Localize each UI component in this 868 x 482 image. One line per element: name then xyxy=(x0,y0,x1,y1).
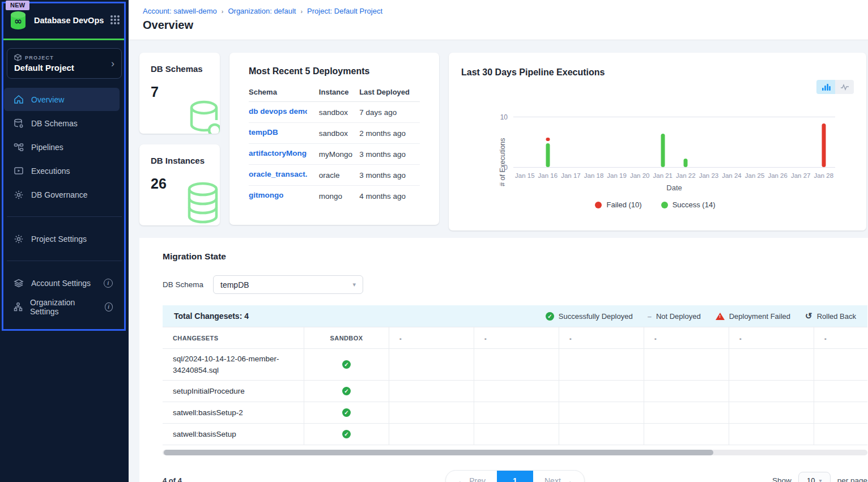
empty-status-cell xyxy=(474,380,559,402)
app-grid-icon[interactable] xyxy=(110,15,121,25)
info-icon[interactable]: i xyxy=(104,279,113,288)
schema-link[interactable]: oracle_transact... xyxy=(249,170,307,178)
breadcrumb-link[interactable]: Account: satwell-demo xyxy=(143,7,217,15)
changesets-column-header: SANDBOX xyxy=(304,327,389,348)
chart-x-tick-labels: Jan 15Jan 16Jan 17Jan 18Jan 19Jan 20Jan … xyxy=(513,172,835,179)
main-area: Account: satwell-demo›Organization: defa… xyxy=(129,0,868,482)
chart-x-tick-label: Jan 20 xyxy=(628,172,652,179)
schema-link[interactable]: tempDB xyxy=(249,128,278,137)
changesets-column-header: - xyxy=(644,327,729,348)
secondary-nav: Project Settings xyxy=(0,227,129,250)
sidebar-item-label: DB Schemas xyxy=(31,119,78,128)
sidebar-item-overview[interactable]: Overview xyxy=(4,88,120,111)
status-legend-item: ✓Successfully Deployed xyxy=(546,312,633,321)
next-page-button[interactable]: Next → xyxy=(533,471,584,482)
show-label: Show xyxy=(772,476,792,482)
sidebar-item-organization-settings[interactable]: Organization Settingsi xyxy=(4,295,120,318)
sidebar-item-db-governance[interactable]: DB Governance xyxy=(4,183,120,206)
status-legend: ✓Successfully Deployed–Not DeployedDeplo… xyxy=(546,311,856,321)
deployment-instance-cell: mongo xyxy=(319,186,359,207)
chart-x-tick-label: Jan 28 xyxy=(812,172,836,179)
sidebar-item-label: Account Settings xyxy=(31,279,91,288)
chart-legend-item[interactable]: Failed (10) xyxy=(595,201,641,209)
cube-icon xyxy=(14,54,22,61)
nav-divider xyxy=(7,216,122,217)
changesets-table: Total Changesets: 4 ✓Successfully Deploy… xyxy=(163,305,867,445)
empty-status-cell xyxy=(474,402,559,423)
migration-state-title: Migration State xyxy=(163,251,857,262)
status-legend-label: Successfully Deployed xyxy=(559,312,633,321)
changeset-name-cell: sql/2024-10-14-12-06-member-34240854.sql xyxy=(163,348,304,380)
changesets-column-header: - xyxy=(729,327,814,348)
chart-x-axis-label: Date xyxy=(513,184,835,192)
project-selector[interactable]: PROJECT Default Project › xyxy=(7,48,122,79)
page-size-select[interactable]: 10 ▾ xyxy=(798,472,831,482)
sidebar-item-executions[interactable]: Executions xyxy=(4,159,120,182)
brand-accent-rule xyxy=(3,39,125,40)
legend-dot-icon xyxy=(661,202,668,208)
pipelines-icon xyxy=(13,142,24,153)
gear-icon xyxy=(13,233,24,245)
status-legend-item: –Not Deployed xyxy=(648,312,701,321)
db-schema-select[interactable]: tempDB ▾ xyxy=(213,275,363,294)
status-legend-label: Rolled Back xyxy=(817,312,856,321)
app-title: Database DevOps xyxy=(34,16,105,25)
info-icon[interactable]: i xyxy=(105,302,113,312)
empty-status-cell xyxy=(814,348,867,380)
sidebar-item-account-settings[interactable]: Account Settingsi xyxy=(4,271,120,295)
sidebar-item-label: Executions xyxy=(31,167,70,176)
table-row: tempDBsandbox2 months ago xyxy=(249,123,420,144)
empty-status-cell xyxy=(644,402,729,423)
empty-status-cell xyxy=(559,348,644,380)
chart-plot: # of Executions 010 Jan 15Jan 16Jan 17Ja… xyxy=(461,104,849,215)
sidebar-item-label: Organization Settings xyxy=(30,298,98,316)
empty-status-cell xyxy=(814,380,867,402)
schema-link[interactable]: db devops demo xyxy=(249,107,307,116)
chart-x-tick-label: Jan 15 xyxy=(513,172,537,179)
project-label: PROJECT xyxy=(25,55,54,61)
deployment-schema-cell: artifactoryMongo xyxy=(249,144,319,165)
prev-page-button[interactable]: ← Prev xyxy=(446,471,497,482)
db-schemas-card-title: DB Schemas xyxy=(151,64,220,74)
deployment-last-deployed-cell: 7 days ago xyxy=(359,102,420,123)
chart-bar-success[interactable] xyxy=(546,143,550,167)
changesets-column-header: - xyxy=(559,327,644,348)
chart-x-tick-label: Jan 16 xyxy=(537,172,560,179)
chart-bar-success[interactable] xyxy=(661,134,665,168)
tertiary-nav: Account SettingsiOrganization Settingsi xyxy=(0,271,129,318)
legend-dot-icon xyxy=(595,202,602,208)
horizontal-scrollbar-thumb[interactable] xyxy=(164,450,713,455)
sidebar-item-db-schemas[interactable]: DB Schemas xyxy=(4,112,120,135)
sandbox-status-cell: ✓ xyxy=(304,348,389,380)
chart-bar-failed[interactable] xyxy=(546,138,550,141)
deployment-schema-cell: tempDB xyxy=(249,123,319,144)
table-row: satwell:basisSetup-2✓ xyxy=(163,402,867,423)
chart-bar-failed[interactable] xyxy=(822,123,826,167)
organization-settings-icon xyxy=(13,301,23,313)
breadcrumb-link[interactable]: Project: Default Project xyxy=(307,7,382,15)
line-chart-icon[interactable] xyxy=(835,80,854,94)
deployment-schema-cell: db devops demo xyxy=(249,102,319,123)
success-check-icon: ✓ xyxy=(342,408,351,417)
current-page-button[interactable]: 1 xyxy=(497,471,533,482)
sidebar-item-pipelines[interactable]: Pipelines xyxy=(4,135,120,159)
chart-legend-item[interactable]: Success (14) xyxy=(661,201,716,209)
empty-status-cell xyxy=(814,423,867,445)
chart-bar-success[interactable] xyxy=(684,159,688,167)
migration-state-section: Migration State DB Schema tempDB ▾ Total… xyxy=(139,238,868,482)
executions-icon xyxy=(13,165,24,177)
schema-link[interactable]: artifactoryMongo xyxy=(249,149,307,157)
sandbox-status-cell: ✓ xyxy=(304,380,389,402)
nav-divider xyxy=(7,261,122,261)
table-row: db devops demosandbox7 days ago xyxy=(249,102,420,123)
db-schemas-card: DB Schemas 7 xyxy=(139,53,220,134)
recent-deployments-table: SchemaInstanceLast Deployed db devops de… xyxy=(249,82,420,206)
horizontal-scrollbar-track[interactable] xyxy=(163,450,867,455)
primary-nav: OverviewDB SchemasPipelinesExecutionsDB … xyxy=(0,88,129,206)
schema-link[interactable]: gitmongo xyxy=(249,191,283,199)
breadcrumb-link[interactable]: Organization: default xyxy=(228,7,296,15)
deployment-instance-cell: myMongo xyxy=(319,144,359,165)
bar-chart-icon[interactable] xyxy=(816,80,835,94)
sidebar-item-project-settings[interactable]: Project Settings xyxy=(4,227,120,250)
status-legend-item: ↺Rolled Back xyxy=(805,311,856,321)
